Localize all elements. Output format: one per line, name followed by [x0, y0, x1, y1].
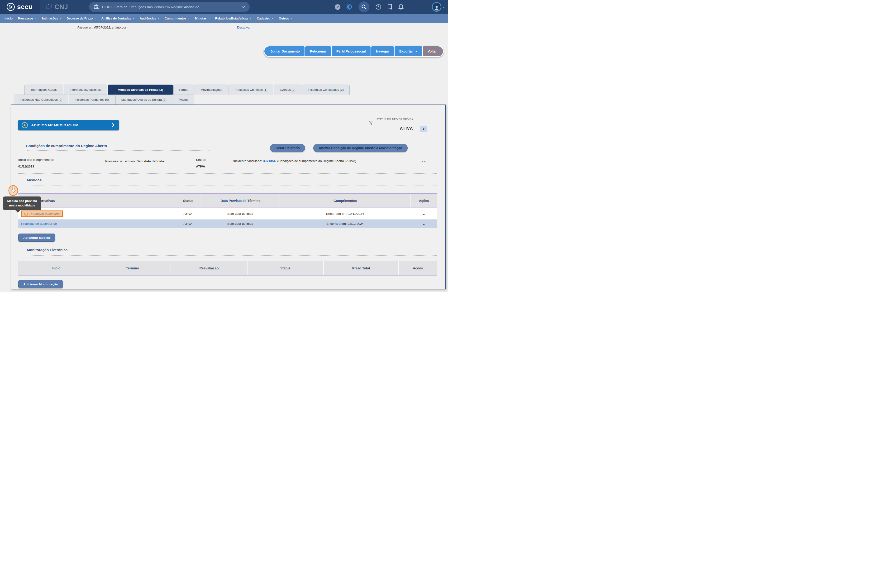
previsao-termino-value: Sem data definida — [137, 159, 164, 163]
adicionar-medida-button[interactable]: Adicionar Medida — [18, 233, 55, 242]
main-menubar: Início Processos▼ Intimações▼ Decurso de… — [0, 14, 448, 23]
column-prazo-total: Prazo Total — [323, 261, 398, 275]
tooltip-pointer — [15, 210, 20, 215]
tab-medidas-diversas-da-prisao[interactable]: Medidas Diversas da Prisão (2) — [108, 85, 173, 94]
status-label: Status: — [196, 158, 206, 161]
contrast-icon[interactable] — [346, 4, 352, 10]
seeu-wordmark: seeu — [17, 3, 33, 11]
history-icon[interactable] — [375, 4, 381, 10]
filter-funnel-icon[interactable] — [369, 121, 373, 126]
divider — [26, 150, 210, 151]
menu-cadastro[interactable]: Cadastro▼ — [254, 17, 276, 20]
status-value: ATIVA — [196, 165, 205, 168]
column-inicio: Início — [18, 261, 94, 275]
medidas-table-header: Medidas Alternativas Status Data Previst… — [18, 193, 437, 208]
adicionar-monitoracao-button[interactable]: Adicionar Monitoração — [18, 280, 63, 288]
caret-down-icon: ▼ — [272, 17, 274, 20]
column-reavaliacao: Reavaliação — [171, 261, 247, 275]
chevron-down-icon — [442, 5, 445, 9]
row-status: ATIVA — [175, 222, 201, 225]
bell-icon[interactable] — [398, 4, 404, 10]
tab-incidentes-concedidos[interactable]: Incidentes Concedidos (3) — [302, 85, 350, 94]
caret-down-icon: ▼ — [415, 50, 418, 53]
divider — [27, 255, 437, 256]
condicoes-heading: Condições de cumprimento do Regime Abert… — [26, 144, 107, 148]
incidente-link[interactable]: 3371354 — [263, 159, 276, 163]
tab-mandados-alvaras-de-soltura[interactable]: Mandados/Alvarás de Soltura (0) — [116, 94, 172, 105]
adicionar-medidas-em-button[interactable]: + ADICIONAR MEDIDAS EM — [18, 120, 119, 130]
chevron-right-icon — [112, 123, 114, 127]
cnj-flag-icon — [46, 3, 52, 11]
caret-down-icon: ▼ — [94, 17, 96, 20]
tab-partes[interactable]: Partes — [174, 85, 194, 94]
menu-minutas[interactable]: Minutas▼ — [192, 17, 213, 20]
voltar-button[interactable]: Voltar — [423, 46, 443, 56]
column-cumprimentos: Cumprimentos — [280, 194, 410, 207]
row-actions-button[interactable]: ... — [410, 212, 437, 215]
deactivate-link[interactable]: Desativar — [237, 26, 251, 29]
status-tipo-medida-value: ATIVA — [367, 126, 413, 131]
gerar-relatorio-button[interactable]: Gerar Relatório — [270, 144, 305, 152]
action-button-group: Juntar Documento Peticionar Perfil Psico… — [264, 46, 444, 57]
row-cumprimentos: Encerrado em: 10/11/2024 — [280, 212, 410, 215]
inicio-cumprimentos-value: 01/11/2023 — [18, 165, 34, 168]
perfil-psicossocial-button[interactable]: Perfil Psicossocial — [332, 46, 370, 56]
column-termino: Término — [94, 261, 171, 275]
tab-informacoes-adicionais[interactable]: Informações Adicionais — [64, 85, 107, 94]
menu-inicio[interactable]: Início — [2, 17, 15, 20]
header-icons: ? — [335, 2, 404, 12]
medida-prestacao-pecuniaria-link[interactable]: i Prestação pecuniária — [21, 210, 63, 217]
table-row: i Prestação pecuniária ATIVA Sem data de… — [18, 208, 437, 219]
menu-outros[interactable]: Outros▼ — [276, 17, 295, 20]
court-selector[interactable]: TJDFT - Vara de Execuções das Penas em R… — [89, 2, 250, 12]
exportar-button[interactable]: Exportar▼ — [395, 46, 422, 56]
tab-incidentes-nao-concedidos[interactable]: Incidentes Não-Concedidos (0) — [14, 94, 68, 105]
seeu-logo[interactable]: seeu — [0, 0, 40, 14]
caret-down-icon: ▼ — [188, 17, 190, 20]
medida-proibicao-ausentar-link[interactable]: Proibição de ausentar-se — [21, 222, 57, 225]
column-status: Status — [175, 194, 201, 207]
tab-processos-criminais[interactable]: Processos Criminais (1) — [229, 85, 273, 94]
status-filter-dropdown[interactable]: ▼ — [420, 126, 427, 132]
menu-analise-de-juntadas[interactable]: Análise de Juntadas▼ — [99, 17, 137, 20]
column-data-prevista: Data Prevista de Término — [201, 194, 280, 207]
peticionar-button[interactable]: Peticionar — [305, 46, 331, 56]
court-selector-value: TJDFT - Vara de Execuções das Penas em R… — [101, 5, 239, 9]
cursor-down-arrow-icon — [8, 185, 18, 197]
more-actions-button[interactable]: ... — [422, 158, 427, 163]
courthouse-icon — [94, 4, 99, 10]
search-icon[interactable] — [358, 2, 369, 12]
tab-incidentes-pendentes[interactable]: Incidentes Pendentes (0) — [69, 94, 115, 105]
tab-movimentacoes[interactable]: Movimentações — [195, 85, 228, 94]
tab-prazos[interactable]: Prazos — [173, 94, 194, 105]
help-icon[interactable]: ? — [335, 4, 340, 10]
inicio-cumprimentos-label: Início dos cumprimentos: — [18, 158, 54, 161]
tab-eventos[interactable]: Eventos (0) — [274, 85, 301, 94]
medidas-panel: + ADICIONAR MEDIDAS EM STATUS DO TIPO DE… — [11, 105, 446, 289]
anexar-condicao-button[interactable]: Anexar Condição de Regime Aberto à Movim… — [313, 144, 408, 152]
menu-intimacoes[interactable]: Intimações▼ — [40, 17, 64, 20]
tab-informacoes-gerais[interactable]: Informações Gerais — [24, 85, 63, 94]
cnj-logo: CNJ — [40, 3, 74, 11]
avatar — [432, 2, 441, 12]
menu-cumprimentos[interactable]: Cumprimentos▼ — [162, 17, 192, 20]
menu-relatorios-estatisticas[interactable]: Relatórios/Estatísticas▼ — [213, 17, 254, 20]
monitoracao-table: Início Término Reavaliação Status Prazo … — [18, 260, 437, 276]
info-icon: i — [24, 212, 28, 215]
bookmark-icon[interactable] — [387, 4, 392, 10]
navegar-button[interactable]: Navegar — [371, 46, 394, 56]
monitoracao-table-header: Início Término Reavaliação Status Prazo … — [18, 260, 437, 276]
bottom-strip — [0, 292, 448, 294]
incidente-vinculado: Incidente Vinculado: 3371354 (Condições … — [233, 158, 399, 164]
menu-audiencias[interactable]: Audiências▼ — [137, 17, 162, 20]
row-actions-button[interactable]: ... — [410, 222, 437, 225]
menu-processos[interactable]: Processos▼ — [15, 17, 40, 20]
monitoracao-heading: Monitoração Eletrônica — [27, 248, 67, 252]
medidas-table: Medidas Alternativas Status Data Previst… — [18, 193, 437, 228]
column-acoes: Ações — [398, 261, 437, 275]
caret-down-icon: ▼ — [250, 17, 251, 20]
menu-decurso-de-prazo[interactable]: Decurso de Prazo▼ — [64, 17, 99, 20]
user-menu[interactable] — [432, 2, 445, 12]
juntar-documento-button[interactable]: Juntar Documento — [264, 46, 305, 56]
caret-down-icon: ▼ — [59, 17, 61, 20]
